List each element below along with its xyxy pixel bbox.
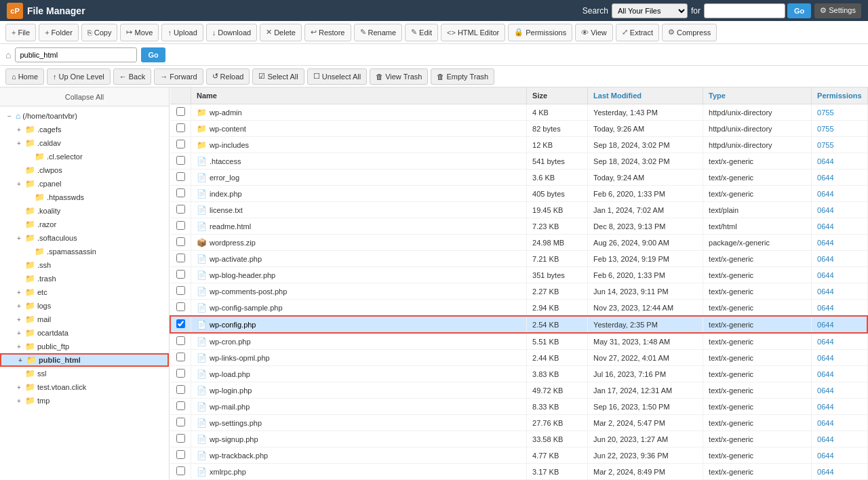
table-row[interactable]: 📦wordpress.zip24.98 MBAug 26, 2024, 9:00…: [170, 235, 867, 251]
file-checkbox-1[interactable]: [176, 123, 185, 132]
table-row[interactable]: 📄wp-mail.php8.33 KBSep 16, 2023, 1:50 PM…: [170, 399, 867, 415]
file-checkbox-15[interactable]: [176, 353, 185, 361]
table-row[interactable]: 📄wp-cron.php5.51 KBMay 31, 2023, 1:48 AM…: [170, 333, 867, 350]
file-name[interactable]: xmlrpc.php: [210, 468, 246, 476]
file-checkbox-2[interactable]: [176, 140, 185, 148]
address-go-button[interactable]: Go: [141, 47, 165, 62]
select-all-btn[interactable]: ☑Select All: [252, 68, 304, 85]
file-checkbox-19[interactable]: [176, 418, 185, 426]
file-name[interactable]: wp-settings.php: [210, 419, 262, 427]
table-row[interactable]: 📄wp-load.php3.83 KBJul 16, 2023, 7:16 PM…: [170, 366, 867, 382]
file-checkbox-20[interactable]: [176, 434, 185, 443]
sidebar-item-ssl[interactable]: 📁ssl: [0, 367, 169, 380]
perms-col-header[interactable]: Permissions: [812, 87, 867, 104]
table-row[interactable]: 📄wp-settings.php27.76 KBMar 2, 2024, 5:4…: [170, 415, 867, 431]
file-checkbox-11[interactable]: [176, 286, 185, 295]
unselect-all-btn[interactable]: ☐Unselect All: [307, 68, 367, 85]
sidebar-item-test_vtoan_click[interactable]: +📁test.vtoan.click: [0, 380, 169, 394]
view-trash-btn[interactable]: 🗑View Trash: [370, 68, 428, 85]
file-name[interactable]: wp-load.php: [210, 370, 250, 378]
sidebar-item-etc[interactable]: +📁etc: [0, 285, 169, 299]
sidebar-item-clwpos[interactable]: 📁.clwpos: [0, 163, 169, 177]
sidebar-item-public_html[interactable]: +📁public_html: [0, 353, 169, 367]
file-checkbox-14[interactable]: [176, 336, 185, 345]
table-row[interactable]: 📄wp-blog-header.php351 bytesFeb 6, 2020,…: [170, 267, 867, 283]
file-name[interactable]: index.php: [210, 190, 242, 198]
file-name[interactable]: readme.html: [210, 222, 251, 231]
file-checkbox-21[interactable]: [176, 450, 185, 459]
search-select[interactable]: All Your Files File Names Only File Cont…: [612, 3, 688, 18]
file-name[interactable]: wp-cron.php: [210, 338, 251, 346]
settings-button[interactable]: ⚙ Settings: [814, 3, 861, 18]
file-name[interactable]: wp-activate.php: [210, 255, 262, 263]
sidebar-item-razor[interactable]: 📁.razor: [0, 218, 169, 231]
sidebar-item-cl_selector[interactable]: 📁.cl.selector: [0, 150, 169, 163]
sidebar-item-home[interactable]: −⌂(/home/toantvbr): [0, 109, 169, 123]
file-name[interactable]: wp-login.php: [210, 386, 252, 395]
table-row[interactable]: 📄wp-signup.php33.58 KBJun 20, 2023, 1:27…: [170, 431, 867, 447]
file-checkbox-16[interactable]: [176, 369, 185, 378]
permissions-btn[interactable]: 🔒Permissions: [508, 24, 572, 41]
file-name[interactable]: wp-content: [210, 125, 246, 133]
extract-btn[interactable]: ⤢Extract: [616, 24, 659, 41]
edit-btn[interactable]: ✎Edit: [405, 24, 438, 41]
move-btn[interactable]: ↦Move: [120, 24, 159, 41]
copy-btn[interactable]: ⎘Copy: [81, 24, 118, 41]
sidebar-item-caldav[interactable]: +📁.caldav: [0, 136, 169, 150]
sidebar-item-ssh[interactable]: 📁.ssh: [0, 258, 169, 272]
sidebar-item-softaculous[interactable]: +📁.softaculous: [0, 231, 169, 245]
back-btn[interactable]: ←Back: [113, 68, 151, 85]
file-name[interactable]: wp-trackback.php: [210, 452, 268, 460]
address-input[interactable]: [15, 47, 137, 62]
sidebar-item-trash[interactable]: 📁.trash: [0, 272, 169, 285]
file-checkbox-10[interactable]: [176, 270, 185, 279]
rename-btn[interactable]: ✎Rename: [354, 24, 403, 41]
table-row[interactable]: 📄wp-login.php49.72 KBJan 17, 2024, 12:31…: [170, 382, 867, 399]
file-name[interactable]: wordpress.zip: [210, 239, 256, 247]
table-row[interactable]: 📁wp-includes12 KBSep 18, 2024, 3:02 PMht…: [170, 137, 867, 153]
file-name[interactable]: license.txt: [210, 206, 243, 214]
file-checkbox-22[interactable]: [176, 466, 185, 475]
table-row[interactable]: 📄.htaccess541 bytesSep 18, 2024, 3:02 PM…: [170, 153, 867, 169]
search-input[interactable]: [704, 3, 785, 18]
table-row[interactable]: 📄wp-trackback.php4.77 KBJun 22, 2023, 9:…: [170, 447, 867, 464]
table-row[interactable]: 📄wp-config-sample.php2.94 KBNov 23, 2023…: [170, 300, 867, 317]
table-row[interactable]: 📄xmlrpc.php3.17 KBMar 2, 2024, 8:49 PMte…: [170, 464, 867, 480]
modified-col-header[interactable]: Last Modified: [588, 87, 703, 104]
sidebar-item-logs[interactable]: +📁logs: [0, 299, 169, 313]
file-name[interactable]: wp-includes: [210, 141, 249, 149]
new-file-btn[interactable]: +File: [5, 24, 36, 41]
file-name[interactable]: wp-signup.php: [210, 435, 258, 443]
sidebar-item-ocartdata[interactable]: +📁ocartdata: [0, 326, 169, 340]
file-checkbox-7[interactable]: [176, 221, 185, 230]
file-name[interactable]: .htaccess: [210, 157, 241, 165]
delete-btn[interactable]: ✕Delete: [260, 24, 302, 41]
file-name[interactable]: wp-mail.php: [210, 403, 250, 411]
reload-btn[interactable]: ↺Reload: [206, 68, 250, 85]
table-row[interactable]: 📄readme.html7.23 KBDec 8, 2023, 9:13 PMt…: [170, 218, 867, 235]
file-checkbox-6[interactable]: [176, 205, 185, 214]
new-folder-btn[interactable]: +Folder: [39, 24, 79, 41]
compress-btn[interactable]: ⚙Compress: [662, 24, 717, 41]
type-col-header[interactable]: Type: [703, 87, 812, 104]
empty-trash-btn[interactable]: 🗑Empty Trash: [431, 68, 494, 85]
file-checkbox-3[interactable]: [176, 156, 185, 165]
table-row[interactable]: 📄index.php405 bytesFeb 6, 2020, 1:33 PMt…: [170, 186, 867, 202]
file-name[interactable]: wp-config.php: [210, 321, 256, 329]
name-col-header[interactable]: Name: [191, 87, 527, 104]
file-checkbox-13[interactable]: [176, 319, 185, 328]
file-name[interactable]: wp-comments-post.php: [210, 287, 287, 296]
search-go-button[interactable]: Go: [787, 3, 811, 18]
file-checkbox-4[interactable]: [176, 172, 185, 181]
file-checkbox-18[interactable]: [176, 401, 185, 410]
table-row[interactable]: 📄wp-config.php2.54 KBYesterday, 2:35 PMt…: [170, 316, 867, 333]
table-row[interactable]: 📄wp-comments-post.php2.27 KBJun 14, 2023…: [170, 283, 867, 300]
file-checkbox-9[interactable]: [176, 254, 185, 262]
file-name[interactable]: error_log: [210, 174, 239, 182]
file-name[interactable]: wp-config-sample.php: [210, 304, 283, 312]
sidebar-item-koality[interactable]: 📁.koality: [0, 204, 169, 218]
home-btn[interactable]: ⌂Home: [5, 68, 44, 85]
sidebar-item-cpanel[interactable]: +📁.cpanel: [0, 177, 169, 191]
sidebar-item-cagefs[interactable]: +📁.cagefs: [0, 123, 169, 136]
size-col-header[interactable]: Size: [527, 87, 588, 104]
